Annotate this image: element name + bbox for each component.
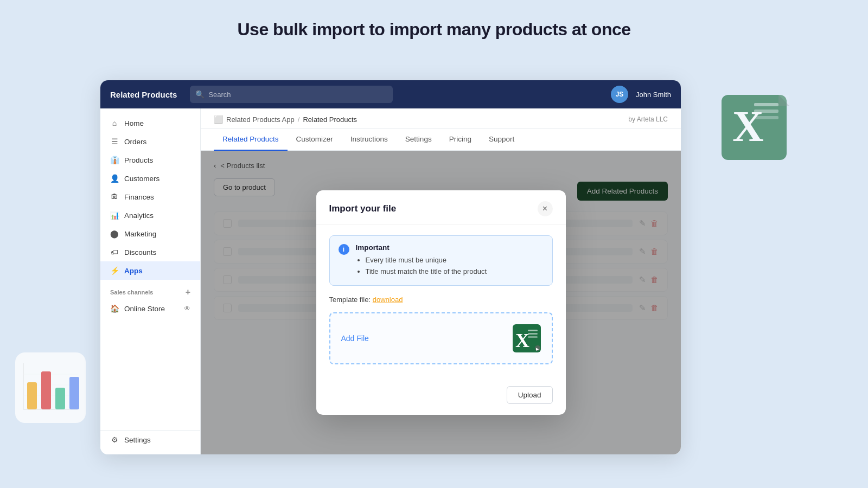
tab-instructions[interactable]: Instructions — [342, 129, 397, 151]
alert-title: Important — [356, 243, 487, 252]
svg-rect-14 — [754, 110, 778, 113]
tab-support[interactable]: Support — [480, 129, 523, 151]
sidebar-item-home[interactable]: ⌂ Home — [100, 114, 200, 132]
tab-pricing[interactable]: Pricing — [441, 129, 480, 151]
online-store-eye-icon: 👁 — [184, 305, 190, 312]
modal-body: i Important Every title must be unique T… — [316, 224, 566, 386]
breadcrumb-app-icon: ⬜ — [214, 115, 223, 124]
svg-rect-21 — [528, 333, 538, 335]
svg-rect-6 — [27, 382, 37, 409]
app-window: Related Products 🔍 JS John Smith ⌂ Home … — [100, 80, 681, 454]
svg-rect-7 — [41, 371, 51, 409]
page-title-text: Use bulk import to import many products … — [237, 20, 630, 39]
alert-list-item-1: Every title must be unique — [366, 255, 487, 266]
breadcrumb-current: Related Products — [303, 115, 357, 124]
template-line: Template file: download — [329, 296, 553, 304]
alert-list-item-2: Title must match the title of the produc… — [366, 266, 487, 278]
breadcrumb-credit: by Arteta LLC — [628, 115, 668, 123]
modal-overlay[interactable]: Import your file × i Important — [201, 151, 681, 454]
sidebar-item-products[interactable]: 👔 Products — [100, 151, 200, 169]
tab-customizer[interactable]: Customizer — [288, 129, 342, 151]
breadcrumb-bar: ⬜ Related Products App / Related Product… — [201, 108, 681, 129]
sidebar-item-discounts[interactable]: 🏷 Discounts — [100, 243, 200, 261]
navbar: Related Products 🔍 JS John Smith — [100, 80, 681, 108]
drop-zone[interactable]: Add File X — [329, 312, 553, 364]
orders-icon: ☰ — [110, 137, 119, 146]
app-body: ⌂ Home ☰ Orders 👔 Products 👤 Customers 🏚… — [100, 108, 681, 454]
sidebar: ⌂ Home ☰ Orders 👔 Products 👤 Customers 🏚… — [100, 108, 201, 454]
upload-button[interactable]: Upload — [507, 386, 553, 404]
marketing-icon: ⬤ — [110, 229, 119, 238]
breadcrumb-separator: / — [298, 115, 300, 124]
settings-icon: ⚙ — [110, 435, 119, 444]
info-icon: i — [339, 244, 349, 255]
apps-icon: ⚡ — [110, 266, 119, 275]
sidebar-section-sales-channels: Sales channels + — [100, 280, 200, 299]
svg-rect-8 — [55, 388, 65, 409]
analytics-icon: 📊 — [110, 211, 119, 220]
avatar: JS — [611, 86, 628, 103]
breadcrumb: ⬜ Related Products App / Related Product… — [214, 115, 357, 124]
tab-settings[interactable]: Settings — [397, 129, 441, 151]
modal-close-button[interactable]: × — [538, 201, 553, 216]
svg-text:X: X — [515, 330, 529, 351]
alert-content: Important Every title must be unique Tit… — [356, 243, 487, 278]
online-store-icon: 🏠 — [110, 304, 119, 313]
tabs: Related Products Customizer Instructions… — [201, 129, 681, 151]
sidebar-item-settings[interactable]: ⚙ Settings — [100, 431, 200, 449]
sales-channels-add-icon[interactable]: + — [186, 287, 190, 297]
modal-header: Import your file × — [316, 190, 566, 224]
svg-rect-15 — [754, 116, 778, 119]
page-heading: Use bulk import to import many products … — [0, 0, 868, 40]
navbar-username: John Smith — [636, 91, 671, 99]
svg-rect-13 — [754, 103, 778, 106]
finances-icon: 🏚 — [110, 192, 119, 201]
customers-icon: 👤 — [110, 174, 119, 183]
alert-list: Every title must be unique Title must ma… — [356, 255, 487, 278]
sidebar-bottom: ⚙ Settings — [100, 430, 200, 449]
main-content: ⬜ Related Products App / Related Product… — [201, 108, 681, 454]
sidebar-item-marketing[interactable]: ⬤ Marketing — [100, 224, 200, 243]
sidebar-item-finances[interactable]: 🏚 Finances — [100, 188, 200, 206]
svg-rect-22 — [528, 336, 538, 338]
discounts-icon: 🏷 — [110, 248, 119, 256]
excel-file-icon: X ▶ — [513, 324, 541, 352]
svg-rect-20 — [528, 330, 538, 331]
modal-title: Import your file — [329, 203, 397, 214]
deco-chart-icon — [15, 352, 86, 423]
products-icon: 👔 — [110, 156, 119, 164]
alert-info-box: i Important Every title must be unique T… — [329, 235, 553, 286]
inner-content: ‹ < Products list Go to product Add Rela… — [201, 151, 681, 454]
template-download-link[interactable]: download — [373, 296, 403, 304]
drop-zone-label: Add File — [341, 334, 369, 343]
sidebar-item-customers[interactable]: 👤 Customers — [100, 169, 200, 188]
sidebar-item-orders[interactable]: ☰ Orders — [100, 132, 200, 151]
import-modal: Import your file × i Important — [316, 190, 566, 415]
search-input[interactable] — [190, 86, 393, 103]
home-icon: ⌂ — [110, 119, 119, 127]
navbar-brand: Related Products — [110, 90, 177, 99]
sidebar-item-analytics[interactable]: 📊 Analytics — [100, 206, 200, 224]
svg-rect-9 — [69, 377, 79, 409]
tab-related-products[interactable]: Related Products — [214, 129, 288, 151]
sidebar-item-apps[interactable]: ⚡ Apps — [100, 261, 200, 280]
sidebar-item-online-store[interactable]: 🏠 Online Store 👁 — [100, 299, 200, 318]
deco-excel-icon: X — [711, 84, 797, 171]
modal-footer: Upload — [316, 386, 566, 415]
breadcrumb-app-name: Related Products App — [226, 115, 295, 124]
search-wrap: 🔍 — [190, 86, 393, 103]
